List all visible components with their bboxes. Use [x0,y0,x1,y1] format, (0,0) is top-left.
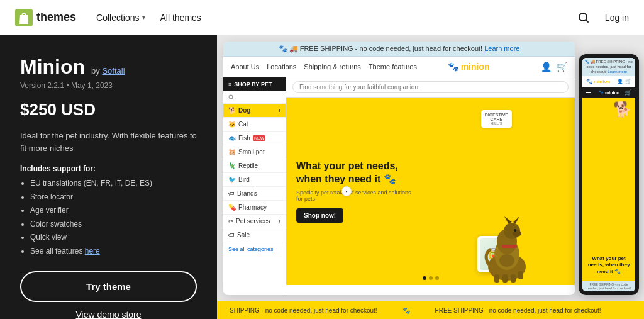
theme-price: $250 USD [20,100,197,120]
mobile-header-icons: 👤 🛒 [617,79,631,84]
store-nav-header: About Us Locations Shipping & returns Th… [223,57,575,77]
cart-icon[interactable]: 🛒 [557,62,567,72]
hero-subtitle: Specialty pet retailer of services and s… [296,189,417,202]
mobile-shipping-banner: 🐾 🚚 FREE SHIPPING - no code needed, just… [582,58,635,76]
mobile-menu-bar: 🐾minion 🛒 [582,87,635,98]
slideshow-prev-arrow[interactable]: ‹ [341,186,352,196]
mobile-shipping-bottom: FREE SHIPPING - no code needed, just hea… [582,281,635,291]
sidebar-pharmacy[interactable]: 💊Pharmacy [223,201,286,215]
strip-icon: 🐾 [402,307,410,314]
nav-theme-features[interactable]: Theme features [369,63,417,70]
search-store [223,91,286,104]
shop-now-button[interactable]: Shop now! [296,208,343,223]
store-body: ≡SHOP BY PET 🐕Dog› 🐱Cat 🐟FishNEW [223,77,575,293]
mobile-top-cart[interactable]: 🛒 [625,89,631,96]
hero-section: What your pet needs,when they need it 🐾 … [286,98,575,285]
header-right: Log in [575,9,629,26]
includes-label: Includes support for: [20,164,197,173]
mobile-preview: 🐾 🚚 FREE SHIPPING - no code needed, just… [579,54,639,295]
see-all-features-link[interactable]: here [85,247,100,255]
hero-text: What your pet needs,when they need it 🐾 … [296,160,417,223]
theme-version: Version 2.2.1 • May 1, 2023 [20,81,197,90]
store-header-icons: 👤 🛒 [541,62,567,72]
theme-title-row: Minion by Softali [20,55,197,79]
feature-item: Quick view [30,231,197,245]
store-logo: 🐾 minion [448,62,490,72]
site-header: themes Collections ▾ All themes Log in [0,0,644,35]
search-icon [577,11,590,24]
search-button[interactable] [575,9,592,26]
svg-point-10 [513,230,521,237]
theme-preview-panel: 🐾 🚚 FREE SHIPPING - no code needed, just… [217,35,644,319]
author-link[interactable]: Softali [102,66,125,76]
theme-name: Minion [20,55,85,79]
shopify-bag-icon [15,9,33,26]
theme-author: by Softali [91,66,125,76]
svg-rect-16 [502,245,517,248]
dot-2[interactable] [429,276,433,280]
svg-point-17 [499,254,514,267]
nav-locations[interactable]: Locations [267,63,296,70]
strip-text-1: SHIPPING - no code needed, just head for… [230,307,377,314]
store-main-area: What your pet needs,when they need it 🐾 … [286,77,575,293]
svg-point-15 [514,229,516,232]
preview-container: 🐾 🚚 FREE SHIPPING - no code needed, just… [217,35,644,301]
sidebar-cat[interactable]: 🐱Cat [223,118,286,132]
shop-by-pet-header: ≡SHOP BY PET [223,77,286,91]
see-all-categories[interactable]: See all categories [223,242,286,256]
login-button[interactable]: Log in [605,13,629,23]
sidebar-bird[interactable]: 🐦Bird [223,173,286,187]
mobile-cart-icon[interactable]: 🛒 [625,79,631,84]
chevron-down-icon: ▾ [142,14,145,21]
feature-item: Age verifier [30,204,197,218]
view-demo-button[interactable]: View demo store [20,310,197,319]
store-nav-links: About Us Locations Shipping & returns Th… [231,63,417,70]
strip-text-2: FREE SHIPPING - no code needed, just hea… [435,307,601,314]
mobile-logo: 🐾minion [586,79,610,84]
feature-item: EU translations (EN, FR, IT, DE, ES) [30,177,197,191]
sidebar-small-pet[interactable]: 🐹Small pet [223,145,286,159]
store-search-bar [286,77,575,98]
store-shipping-banner: 🐾 🚚 FREE SHIPPING - no code needed, just… [223,42,575,57]
store-sidebar: ≡SHOP BY PET 🐕Dog› 🐱Cat 🐟FishNEW [223,77,286,293]
logo-link[interactable]: themes [15,9,76,26]
svg-point-2 [229,95,233,99]
mobile-hero: 🐕 What your pet needs, when they need it… [582,98,635,281]
account-icon[interactable]: 👤 [541,62,552,72]
logo-text: themes [36,11,76,24]
feature-item: Color swatches [30,218,197,232]
svg-rect-14 [518,271,523,279]
bottom-strip: SHIPPING - no code needed, just head for… [217,301,644,319]
sidebar-brands[interactable]: 🏷Brands [223,187,286,201]
main-content: Minion by Softali Version 2.2.1 • May 1,… [0,35,644,319]
digestive-care-badge: DIGESTIVE CARE HILL'S [481,110,512,128]
mobile-account-icon[interactable]: 👤 [617,79,623,84]
sidebar-dog[interactable]: 🐕Dog› [223,104,286,118]
store-search-input[interactable] [292,81,569,93]
try-theme-button[interactable]: Try theme [20,271,197,302]
main-nav: Collections ▾ All themes [96,13,555,23]
nav-all-themes[interactable]: All themes [160,13,201,23]
feature-item: Store locator [30,191,197,204]
sidebar-sale[interactable]: 🏷Sale [223,228,286,242]
learn-more-link[interactable]: Learn more [484,45,519,52]
dot-1[interactable] [423,276,426,280]
nav-about-us[interactable]: About Us [231,63,259,70]
svg-line-3 [232,98,233,99]
nav-shipping[interactable]: Shipping & returns [304,63,361,70]
dot-3[interactable] [435,276,439,280]
nav-collections[interactable]: Collections ▾ [96,13,145,23]
svg-rect-12 [502,274,508,283]
mobile-store-header: 🐾minion 👤 🛒 [582,76,635,87]
svg-marker-9 [513,216,519,223]
sidebar-pet-services[interactable]: ✂Pet services› [223,215,286,228]
sidebar-fish[interactable]: 🐟FishNEW [223,132,286,145]
svg-rect-13 [511,274,516,283]
bottom-strip-content: SHIPPING - no code needed, just head for… [217,307,614,314]
sidebar-reptile[interactable]: 🦎Reptile [223,159,286,173]
mobile-hero-title: What your pet needs, when they need it 🐾 [586,255,631,275]
hamburger-icon[interactable] [586,91,591,94]
theme-detail-panel: Minion by Softali Version 2.2.1 • May 1,… [0,35,217,319]
features-list: EU translations (EN, FR, IT, DE, ES) Sto… [20,177,197,259]
desktop-preview: 🐾 🚚 FREE SHIPPING - no code needed, just… [223,42,575,295]
